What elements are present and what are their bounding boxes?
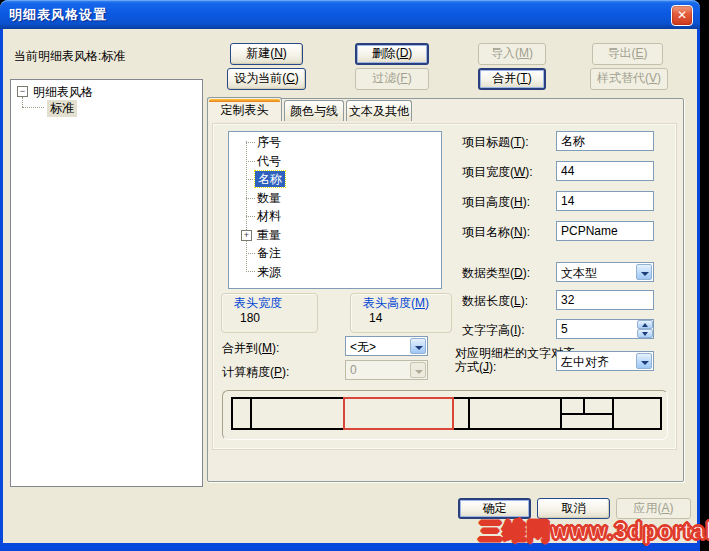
header-height-group: 表头高度(M) 14 xyxy=(350,293,452,333)
preview-grid-line xyxy=(468,399,470,428)
item-width-input[interactable] xyxy=(556,161,654,181)
export-button[interactable]: 导出(E) xyxy=(592,43,663,65)
new-button[interactable]: 新建(N) xyxy=(230,43,303,65)
columns-tree-item-name[interactable]: 名称 xyxy=(255,171,285,187)
precision-value: 0 xyxy=(350,363,408,377)
tree-connector xyxy=(246,198,255,199)
tab-color-linewidth[interactable]: 颜色与线宽 xyxy=(284,100,344,121)
style-tree-root[interactable]: 明细表风格 xyxy=(33,84,93,101)
dialog-window: 明细表风格设置 ✕ 当前明细表风格:标准 − 明细表风格 标准 新建(N) 删除… xyxy=(0,0,700,551)
header-width-group: 表头宽度 180 xyxy=(221,293,318,333)
header-width-label: 表头宽度 xyxy=(234,295,282,312)
tree-connector xyxy=(246,271,255,272)
datatype-value: 文本型 xyxy=(561,265,634,282)
table-preview[interactable] xyxy=(231,397,662,430)
columns-tree-item-seq[interactable]: 序号 xyxy=(257,134,281,150)
style-override-button[interactable]: 样式替代(V) xyxy=(590,68,668,90)
merge-to-label: 合并到(M): xyxy=(222,340,279,357)
datalen-input[interactable] xyxy=(556,290,654,310)
header-height-value: 14 xyxy=(369,311,382,325)
tree-connector xyxy=(246,179,255,180)
merge-to-value: <无> xyxy=(350,339,408,356)
titlebar[interactable]: 明细表风格设置 ✕ xyxy=(0,0,700,29)
textheight-spinner xyxy=(637,320,653,338)
align-value: 左中对齐 xyxy=(561,354,634,371)
tree-connector xyxy=(246,161,255,162)
item-width-label: 项目宽度(W): xyxy=(462,164,533,181)
item-title-label: 项目标题(T): xyxy=(462,134,529,151)
tree-connector xyxy=(246,216,255,217)
precision-label: 计算精度(P): xyxy=(222,364,289,381)
columns-tree-item-qty[interactable]: 数量 xyxy=(257,190,281,206)
chevron-down-icon xyxy=(410,362,426,378)
watermark: 三维网www.3dportal.cn xyxy=(479,516,709,547)
style-tree-item-standard[interactable]: 标准 xyxy=(47,100,77,117)
merge-button[interactable]: 合并(T) xyxy=(478,68,546,90)
window-title: 明细表风格设置 xyxy=(9,6,107,24)
columns-tree-item-weight[interactable]: 重量 xyxy=(257,227,281,243)
header-height-label: 表头高度(M) xyxy=(363,295,429,312)
preview-grid-line xyxy=(250,399,252,428)
current-style-label: 当前明细表风格:标准 xyxy=(14,48,125,65)
item-name-input[interactable] xyxy=(556,221,654,241)
preview-grid-line xyxy=(560,413,614,415)
header-width-value: 180 xyxy=(240,311,260,325)
tree-connector xyxy=(246,253,255,254)
style-tree-panel[interactable]: − 明细表风格 标准 xyxy=(10,79,203,487)
spinner-up-icon[interactable] xyxy=(637,320,653,329)
chevron-down-icon[interactable] xyxy=(410,338,426,354)
expand-plus-icon[interactable]: + xyxy=(241,230,252,241)
preview-grid-line xyxy=(583,399,585,413)
tree-connector xyxy=(22,107,44,108)
screenshot-stage: 明细表风格设置 ✕ 当前明细表风格:标准 − 明细表风格 标准 新建(N) 删除… xyxy=(0,0,709,551)
filter-button[interactable]: 过滤(F) xyxy=(355,68,429,90)
item-height-input[interactable] xyxy=(556,191,654,211)
item-title-input[interactable] xyxy=(556,131,654,151)
item-name-label: 项目名称(N): xyxy=(462,224,530,241)
columns-tree-item-source[interactable]: 来源 xyxy=(257,264,281,280)
textheight-label: 文字字高(I): xyxy=(462,322,525,339)
tree-connector xyxy=(246,142,255,143)
precision-combo[interactable]: 0 xyxy=(345,360,428,380)
close-icon[interactable]: ✕ xyxy=(671,5,693,26)
datatype-combo[interactable]: 文本型 xyxy=(556,262,654,282)
columns-tree-item-remark[interactable]: 备注 xyxy=(257,245,281,261)
tree-connector xyxy=(22,97,23,107)
columns-tree-item-code[interactable]: 代号 xyxy=(257,153,281,169)
preview-selected-cell[interactable] xyxy=(343,397,454,430)
collapse-minus-icon[interactable]: − xyxy=(17,86,28,97)
item-height-label: 项目高度(H): xyxy=(462,194,530,211)
merge-to-combo[interactable]: <无> xyxy=(345,336,428,356)
tab-text-other[interactable]: 文本及其他 xyxy=(346,100,412,121)
import-button[interactable]: 导入(M) xyxy=(478,43,546,65)
align-combo[interactable]: 左中对齐 xyxy=(556,351,654,371)
datalen-label: 数据长度(L): xyxy=(462,293,528,310)
spinner-down-icon[interactable] xyxy=(637,329,653,338)
set-current-button[interactable]: 设为当前(C) xyxy=(227,68,306,90)
align-label-line2: 方式(J): xyxy=(455,359,496,376)
datatype-label: 数据类型(D): xyxy=(462,265,530,282)
chevron-down-icon[interactable] xyxy=(636,353,652,369)
delete-button[interactable]: 删除(D) xyxy=(355,43,429,65)
tab-custom-header[interactable]: 定制表头 xyxy=(207,97,282,121)
columns-tree-item-material[interactable]: 材料 xyxy=(257,208,281,224)
chevron-down-icon[interactable] xyxy=(636,264,652,280)
